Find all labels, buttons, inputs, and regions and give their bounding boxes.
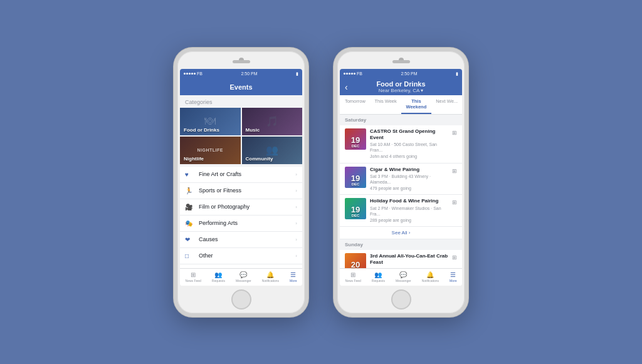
nav-title-group-2: Food or Drinks Near Berkeley, CA ▾ xyxy=(376,80,425,93)
status-left-2: FB xyxy=(344,71,362,76)
event-detail-2: Sat 2 PM · Winemaker Studios · San Fra..… xyxy=(370,205,448,217)
home-button-1[interactable] xyxy=(231,289,251,309)
more-label-2: More xyxy=(450,279,456,283)
notifications-icon-2: 🔔 xyxy=(426,271,434,278)
event-detail-0: Sat 10 AM · 506 Casto Street, San Fran..… xyxy=(370,142,448,153)
film-icon: 🎥 xyxy=(185,204,195,211)
causes-label: Causes xyxy=(199,236,295,242)
other-label: Other xyxy=(199,252,295,259)
event-title-3: 3rd Annual All-You-Can-Eat Crab Feast xyxy=(370,253,448,266)
list-item-5[interactable]: □ Other › xyxy=(180,248,302,264)
tab-this-week[interactable]: This Week xyxy=(371,95,401,114)
sports-label: Sports or Fitness xyxy=(199,187,295,194)
newsfeed-label-2: News Feed xyxy=(345,279,361,283)
newsfeed-label: News Feed xyxy=(186,279,201,283)
event-item-1[interactable]: 19 DEC Cigar & Wine Pairing Sat 3 PM · B… xyxy=(340,164,462,195)
tab-notifications-2[interactable]: 🔔 Notifications xyxy=(422,271,439,283)
events-list: Saturday 19 DEC CASTRO St Grand Opening … xyxy=(340,115,462,268)
home-button-2[interactable] xyxy=(391,289,411,309)
event-info-3: 3rd Annual All-You-Can-Eat Crab Feast Su… xyxy=(370,253,448,268)
tab-notifications[interactable]: 🔔 Notifications xyxy=(262,271,279,283)
category-grid: 🍽 Food or Drinks 🎵 Music NIGHTLIFE Night… xyxy=(180,108,302,167)
see-all-saturday[interactable]: See All › xyxy=(340,227,462,239)
event-title-0: CASTRO St Grand Opening Event xyxy=(370,128,448,142)
list-item-4[interactable]: ❤ Causes › xyxy=(180,232,302,248)
category-community[interactable]: 👥 Community xyxy=(242,137,303,164)
event-info-2: Holiday Food & Wine Pairing Sat 2 PM · W… xyxy=(370,198,448,223)
chevron-icon-1: › xyxy=(295,188,297,194)
tab-messenger[interactable]: 💬 Messenger xyxy=(236,271,251,283)
network-label-2: FB xyxy=(357,71,362,76)
status-left: FB xyxy=(184,71,203,76)
tab-bar-1: ⊞ News Feed 👥 Requests 💬 Messenger 🔔 Not… xyxy=(180,268,302,286)
event-thumb-0: 19 DEC xyxy=(345,128,366,150)
date-num-0: 19 xyxy=(351,136,360,144)
event-info-1: Cigar & Wine Pairing Sat 3 PM · Building… xyxy=(370,167,448,192)
save-icon-0[interactable]: ⊞ xyxy=(452,130,457,136)
day-saturday: Saturday xyxy=(340,115,462,125)
requests-label-2: Requests xyxy=(372,279,385,283)
event-item-3[interactable]: 20 DEC 3rd Annual All-You-Can-Eat Crab F… xyxy=(340,250,462,268)
date-num-1: 19 xyxy=(351,174,360,182)
nightlife-label: Nightlife xyxy=(184,156,204,162)
event-going-0: John and 4 others going xyxy=(370,153,448,159)
save-icon-3[interactable]: ⊞ xyxy=(452,254,457,261)
list-items: ♥ Fine Art or Crafts › 🏃 Sports or Fitne… xyxy=(180,167,302,264)
back-button[interactable]: ‹ xyxy=(345,82,348,92)
chevron-icon-0: › xyxy=(295,172,297,177)
tab-messenger-2[interactable]: 💬 Messenger xyxy=(396,271,411,283)
tab-more-2[interactable]: ☰ More xyxy=(450,271,456,283)
save-icon-2[interactable]: ⊞ xyxy=(452,199,457,205)
list-item-3[interactable]: 🎭 Performing Arts › xyxy=(180,216,302,232)
event-title-1: Cigar & Wine Pairing xyxy=(370,167,448,173)
tab-newsfeed[interactable]: ⊞ News Feed xyxy=(186,271,201,283)
notifications-icon: 🔔 xyxy=(266,271,274,278)
messenger-icon: 💬 xyxy=(239,271,247,278)
list-item-1[interactable]: 🏃 Sports or Fitness › xyxy=(180,183,302,199)
tab-this-weekend[interactable]: This Weekend xyxy=(401,95,432,114)
tab-tomorrow[interactable]: Tomorrow xyxy=(340,95,371,114)
music-icon: 🎵 xyxy=(266,115,278,127)
battery-icon: ▮ xyxy=(296,71,298,76)
tab-next-week[interactable]: Next We... xyxy=(431,95,462,114)
nav-subtitle-2: Near Berkeley, CA ▾ xyxy=(379,88,423,93)
date-badge-3: 20 DEC xyxy=(345,253,366,268)
nightlife-text: NIGHTLIFE xyxy=(197,148,223,152)
tab-requests-2[interactable]: 👥 Requests xyxy=(372,271,385,283)
tab-requests[interactable]: 👥 Requests xyxy=(212,271,225,283)
fine-art-icon: ♥ xyxy=(185,171,195,178)
category-food[interactable]: 🍽 Food or Drinks xyxy=(180,108,241,135)
save-icon-1[interactable]: ⊞ xyxy=(452,168,457,174)
time-display: 2:50 PM xyxy=(241,71,257,76)
date-mon-0: DEC xyxy=(352,144,360,148)
category-music[interactable]: 🎵 Music xyxy=(242,108,303,135)
messenger-label: Messenger xyxy=(236,279,251,283)
events-content: Categories 🍽 Food or Drinks 🎵 Music xyxy=(180,95,302,268)
date-mon-2: DEC xyxy=(352,214,360,217)
fine-art-label: Fine Art or Crafts xyxy=(199,171,295,177)
more-icon-2: ☰ xyxy=(450,271,456,278)
event-item-0[interactable]: 19 DEC CASTRO St Grand Opening Event Sat… xyxy=(340,125,462,164)
nav-title-2: Food or Drinks xyxy=(376,80,425,88)
network-label: FB xyxy=(197,71,203,76)
tab-more[interactable]: ☰ More xyxy=(290,271,297,283)
status-bar-1: FB 2:50 PM ▮ xyxy=(180,69,302,79)
tab-bar-2: ⊞ News Feed 👥 Requests 💬 Messenger 🔔 Not… xyxy=(340,268,462,286)
list-item-0[interactable]: ♥ Fine Art or Crafts › xyxy=(180,167,302,183)
event-thumb-1: 19 DEC xyxy=(345,167,366,188)
food-content: Saturday 19 DEC CASTRO St Grand Opening … xyxy=(340,115,462,268)
date-num-3: 20 xyxy=(351,261,360,268)
event-item-2[interactable]: 19 DEC Holiday Food & Wine Pairing Sat 2… xyxy=(340,195,462,227)
time-display-2: 2:50 PM xyxy=(401,71,417,76)
screen-1: FB 2:50 PM ▮ Events Categories 🍽 Food or… xyxy=(180,69,302,286)
list-item-2[interactable]: 🎥 Film or Photography › xyxy=(180,199,302,216)
sports-icon: 🏃 xyxy=(185,187,195,194)
community-label: Community xyxy=(246,156,273,162)
chevron-icon-3: › xyxy=(295,221,297,226)
signal-dots xyxy=(184,73,196,75)
nav-bar-2: ‹ Food or Drinks Near Berkeley, CA ▾ xyxy=(340,79,462,95)
event-title-2: Holiday Food & Wine Pairing xyxy=(370,198,448,204)
nav-title: Events xyxy=(229,83,252,91)
category-nightlife[interactable]: NIGHTLIFE Nightlife xyxy=(180,137,241,164)
tab-newsfeed-2[interactable]: ⊞ News Feed xyxy=(345,271,361,283)
